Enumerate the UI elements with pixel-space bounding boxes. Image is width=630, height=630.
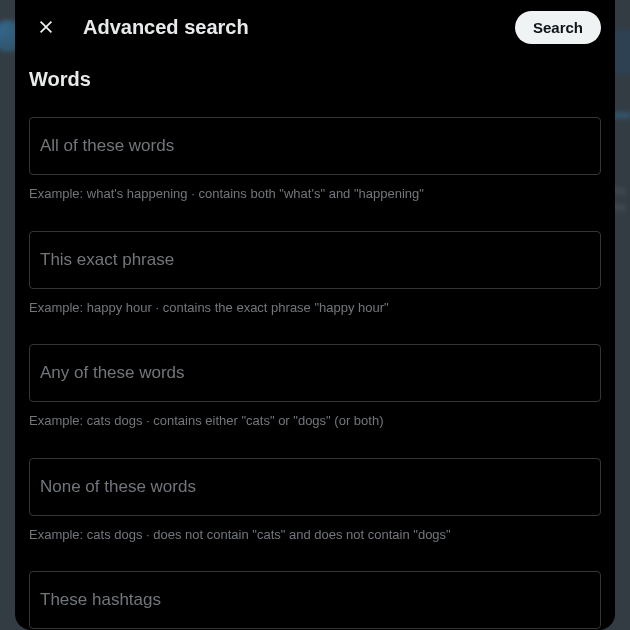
close-icon: [36, 17, 56, 37]
advanced-search-modal: Advanced search Search Words All of thes…: [15, 0, 615, 630]
section-title-words: Words: [29, 68, 601, 91]
field-group-2: Any of these wordsExample: cats dogs · c…: [29, 344, 601, 430]
field-group-4: These hashtagsExample: #ThrowbackThursda…: [29, 571, 601, 630]
field-group-1: This exact phraseExample: happy hour · c…: [29, 231, 601, 317]
field-group-3: None of these wordsExample: cats dogs · …: [29, 458, 601, 544]
input-wrap-4[interactable]: These hashtags: [29, 571, 601, 629]
close-button[interactable]: [29, 10, 63, 44]
example-text: Example: what's happening · contains bot…: [29, 185, 601, 203]
modal-overlay: Advanced search Search Words All of thes…: [0, 0, 630, 630]
modal-title: Advanced search: [83, 16, 495, 39]
modal-body[interactable]: Words All of these wordsExample: what's …: [15, 54, 615, 630]
input-wrap-0[interactable]: All of these words: [29, 117, 601, 175]
field-group-0: All of these wordsExample: what's happen…: [29, 117, 601, 203]
modal-header: Advanced search Search: [15, 0, 615, 54]
example-text: Example: cats dogs · does not contain "c…: [29, 526, 601, 544]
input-wrap-3[interactable]: None of these words: [29, 458, 601, 516]
input-wrap-1[interactable]: This exact phrase: [29, 231, 601, 289]
example-text: Example: happy hour · contains the exact…: [29, 299, 601, 317]
input-wrap-2[interactable]: Any of these words: [29, 344, 601, 402]
example-text: Example: cats dogs · contains either "ca…: [29, 412, 601, 430]
search-button[interactable]: Search: [515, 11, 601, 44]
